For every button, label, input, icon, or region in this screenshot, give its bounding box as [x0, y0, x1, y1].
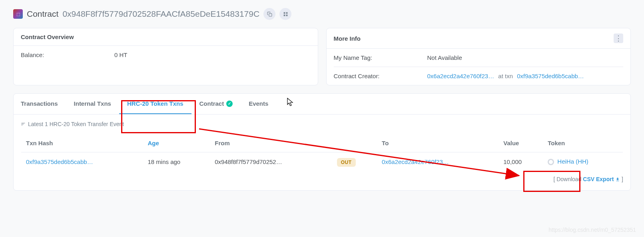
svg-rect-3	[286, 14, 287, 16]
tabs-card: Transactions Internal Txns HRC-20 Token …	[13, 93, 631, 191]
token-link[interactable]: HeiHa (HH)	[557, 158, 588, 165]
tab-internal-txns[interactable]: Internal Txns	[66, 94, 119, 114]
txn-value: 10,000	[498, 152, 543, 171]
th-from: From	[210, 134, 332, 152]
svg-rect-2	[286, 12, 287, 14]
contract-title: Contract	[27, 9, 58, 19]
csv-export-link[interactable]: CSV Export	[583, 176, 620, 182]
more-options-button[interactable]: ⋮	[614, 34, 623, 43]
txn-from: 0x948f8f7f5779d70252…	[210, 152, 332, 171]
th-token: Token	[543, 134, 623, 152]
at-txn-label: at txn	[498, 73, 513, 79]
th-txn-hash: Txn Hash	[21, 134, 143, 152]
svg-rect-1	[283, 12, 285, 14]
txn-hash-link[interactable]: 0xf9a3575ded6b5cabb…	[26, 158, 93, 165]
svg-rect-4	[283, 14, 285, 16]
nametag-value: Not Available	[427, 54, 624, 61]
svg-rect-0	[269, 13, 271, 16]
tab-contract[interactable]: Contract ✓	[191, 94, 241, 114]
tab-events[interactable]: Events	[241, 94, 276, 114]
creator-address-link[interactable]: 0x6a2ecd2a42e760f23…	[427, 73, 494, 79]
download-row: [ Download CSV Export ]	[21, 176, 623, 182]
contract-address: 0x948F8f7f5779d702528FAACfA85eDeE1548317…	[62, 9, 259, 19]
copy-button[interactable]	[263, 8, 275, 20]
tab-contract-label: Contract	[199, 100, 224, 107]
contract-overview-card: Contract Overview Balance: 0 HT	[13, 28, 318, 85]
moreinfo-title: More Info	[334, 35, 361, 42]
token-icon	[548, 159, 554, 165]
overview-title: Contract Overview	[21, 34, 74, 40]
creator-label: Contract Creator:	[334, 73, 427, 79]
table-row: 0xf9a3575ded6b5cabb… 18 mins ago 0x948f8…	[21, 152, 623, 171]
tab-transactions[interactable]: Transactions	[21, 94, 66, 114]
qr-button[interactable]	[279, 8, 291, 20]
creator-txn-link[interactable]: 0xf9a3575ded6b5cabb…	[517, 73, 584, 79]
summary-text: Latest 1 HRC-20 Token Transfer Event	[21, 121, 623, 127]
tab-hrc20-token-txns[interactable]: HRC-20 Token Txns	[119, 94, 191, 114]
balance-label: Balance:	[21, 51, 114, 58]
contract-header: ⬚ Contract 0x948F8f7f5779d702528FAACfA85…	[13, 8, 631, 20]
sort-icon	[21, 122, 26, 126]
txns-table: Txn Hash Age From To Value Token 0xf9a35…	[21, 134, 623, 171]
th-age[interactable]: Age	[143, 134, 210, 152]
contract-logo-icon: ⬚	[13, 9, 23, 19]
th-to: To	[377, 134, 498, 152]
direction-badge: OUT	[337, 158, 356, 167]
nametag-label: My Name Tag:	[334, 54, 427, 61]
tabs-nav: Transactions Internal Txns HRC-20 Token …	[14, 94, 630, 115]
download-icon	[615, 177, 620, 182]
more-info-card: More Info ⋮ My Name Tag: Not Available C…	[326, 28, 631, 85]
copy-icon	[267, 12, 272, 17]
th-value: Value	[498, 134, 543, 152]
verified-icon: ✓	[226, 101, 233, 107]
txn-to-link[interactable]: 0x6a2ecd2a42e760f23…	[382, 158, 449, 165]
balance-value: 0 HT	[114, 51, 311, 58]
txn-age: 18 mins ago	[143, 152, 210, 171]
qr-icon	[283, 12, 288, 17]
th-direction	[332, 134, 377, 152]
